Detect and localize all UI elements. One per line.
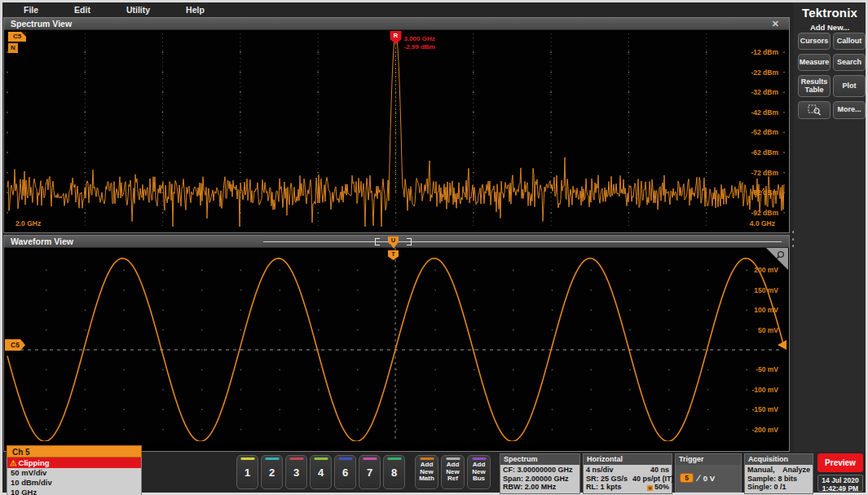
svg-text:-82 dBm: -82 dBm — [751, 188, 778, 197]
trigger-slope-icon: ∕ — [698, 473, 699, 483]
svg-text:-32 dBm: -32 dBm — [751, 88, 778, 96]
spectrum-readout-row-1: Span: 2.00000 GHz — [503, 475, 577, 484]
channel-4-button[interactable]: 4 — [310, 455, 332, 489]
svg-text:-150 mV: -150 mV — [751, 405, 778, 413]
preview-button[interactable]: Preview — [817, 453, 863, 472]
results-table-button[interactable]: Results Table — [798, 75, 831, 97]
channel-5-badge-body: ⚠Clipping 50 mV/div 10 dBm/div 10 GHz — [7, 457, 142, 495]
spectrum-channel-label[interactable]: C5 — [8, 32, 26, 42]
warning-icon: ⚠ — [10, 458, 17, 467]
trigger-position-arrow-icon — [390, 244, 397, 249]
svg-text:-42 dBm: -42 dBm — [751, 108, 778, 117]
oscilloscope-app: FileEditUtilityHelp Spectrum View ✕ R3.0… — [2, 2, 866, 493]
svg-text:2.0 GHz: 2.0 GHz — [15, 219, 41, 228]
svg-text:100 mV: 100 mV — [754, 306, 778, 314]
add-new-label: Add New... — [794, 23, 866, 32]
more-button[interactable]: More... — [833, 101, 866, 119]
channel-color-stripe — [314, 457, 328, 460]
spectrum-trace-type-badge[interactable]: N — [8, 43, 18, 53]
clipping-warning: ⚠Clipping — [7, 457, 141, 468]
add-new-bus-button[interactable]: AddNewBus — [467, 455, 491, 489]
spectrum-view-titlebar[interactable]: Spectrum View ✕ — [4, 18, 789, 30]
svg-text:50 mV: 50 mV — [758, 326, 778, 334]
waveform-chart: 200 mV150 mV100 mV50 mV-50 mV-100 mV-150… — [4, 248, 789, 441]
trigger-readout-body: 5 ∕ 0 V — [676, 465, 741, 492]
svg-text:-52 dBm: -52 dBm — [751, 128, 778, 136]
channel-5-badge[interactable]: Ch 5 ⚠Clipping 50 mV/div 10 dBm/div 10 G… — [7, 445, 142, 495]
cursors-button[interactable]: Cursors — [798, 33, 831, 50]
svg-text:-72 dBm: -72 dBm — [751, 169, 778, 177]
channel-6-button[interactable]: 6 — [334, 455, 356, 489]
svg-text:-92 dBm: -92 dBm — [751, 209, 778, 217]
trigger-level-value: 0 V — [703, 474, 715, 483]
spectrum-readout-title: Spectrum — [500, 454, 579, 465]
horizontal-readout-title: Horizontal — [584, 454, 672, 465]
horizontal-readout-row-0: 4 ns/div40 ns — [586, 466, 669, 475]
svg-text:200 mV: 200 mV — [754, 266, 778, 274]
channel-3-button[interactable]: 3 — [285, 455, 307, 489]
channel-8-button[interactable]: 8 — [383, 455, 405, 489]
horizontal-readout-row-2: RL: 1 kptsu50% — [586, 483, 669, 492]
spectrum-channel-badge[interactable]: C5 N — [8, 32, 26, 53]
menu-bar: FileEditUtilityHelp — [2, 2, 790, 17]
channel-1-button[interactable]: 1 — [236, 455, 258, 489]
channel-spectrum-scale: 10 dBm/div — [7, 478, 141, 488]
mask-search-button[interactable] — [798, 101, 831, 119]
time-label: 1:42:49 PM — [818, 484, 862, 493]
channel-color-stripe — [289, 457, 303, 460]
measure-button[interactable]: Measure — [798, 54, 831, 71]
menu-item-edit[interactable]: Edit — [74, 5, 90, 15]
callout-button[interactable]: Callout — [833, 33, 866, 50]
channel-2-button[interactable]: 2 — [261, 455, 283, 489]
waveform-view-panel: Waveform View U 200 mV150 mV100 mV50 mV-… — [3, 235, 790, 452]
svg-text:-12 dBm: -12 dBm — [751, 48, 778, 56]
channel-color-stripe — [387, 457, 401, 460]
menu-item-file[interactable]: File — [24, 5, 38, 15]
tektronix-logo: Tektronix — [794, 6, 866, 20]
channel-7-button[interactable]: 7 — [359, 455, 381, 489]
acquisition-analyze: Analyze — [782, 466, 810, 475]
zoom-window-bracket-right[interactable] — [407, 238, 412, 245]
horizontal-pan-bar[interactable] — [263, 241, 782, 242]
spectrum-readout-row-2: RBW: 2.00 MHz — [503, 483, 577, 492]
spectrum-readout-body: CF: 3.00000000 GHzSpan: 2.00000 GHzRBW: … — [500, 465, 579, 493]
menu-item-utility[interactable]: Utility — [126, 5, 150, 15]
channel-color-stripe — [338, 457, 352, 460]
trigger-readout-panel[interactable]: Trigger 5 ∕ 0 V — [675, 453, 742, 493]
spectrum-readout-panel[interactable]: Spectrum CF: 3.00000000 GHzSpan: 2.00000… — [500, 453, 580, 494]
channel-color-stripe — [265, 457, 279, 460]
channel-5-badge-title[interactable]: Ch 5 — [7, 445, 142, 457]
channel-color-stripe — [240, 457, 254, 460]
spectrum-readout-row-0: CF: 3.00000000 GHz — [503, 466, 577, 475]
add-new-math-button[interactable]: AddNewMath — [415, 455, 438, 489]
mask-search-icon — [808, 104, 822, 116]
add-color-stripe — [472, 457, 486, 460]
horizontal-readout-row-1: SR: 25 GS/s40 ps/pt (IT) — [586, 475, 669, 484]
zoom-window-bracket-left[interactable] — [375, 238, 380, 245]
svg-text:R: R — [394, 32, 399, 39]
acquisition-readout-panel[interactable]: Acquisition Manual, Analyze Sample: 8 bi… — [744, 453, 813, 494]
menu-item-help[interactable]: Help — [186, 5, 205, 15]
close-icon[interactable]: ✕ — [772, 19, 779, 29]
svg-text:4.0 GHz: 4.0 GHz — [750, 219, 775, 228]
svg-text:-50 mV: -50 mV — [756, 365, 778, 373]
horizontal-readout-panel[interactable]: Horizontal 4 ns/div40 nsSR: 25 GS/s40 ps… — [583, 453, 672, 494]
horizontal-readout-body: 4 ns/div40 nsSR: 25 GS/s40 ps/pt (IT)RL:… — [584, 465, 672, 493]
horizontal-position-icon: u — [647, 485, 653, 491]
search-button[interactable]: Search — [833, 54, 866, 71]
waveform-view-title: Waveform View — [4, 236, 73, 246]
svg-text:3.000 GHz: 3.000 GHz — [404, 35, 435, 42]
spectrum-plot-area[interactable]: R3.000 GHz-2.99 dBm-12 dBm-22 dBm-32 dBm… — [4, 30, 789, 232]
acquisition-sample: Sample: 8 bits — [747, 475, 810, 484]
trigger-level-arrow-icon[interactable] — [778, 340, 786, 350]
waveform-plot-area[interactable]: 200 mV150 mV100 mV50 mV-50 mV-100 mV-150… — [4, 248, 789, 441]
clipping-label: Clipping — [19, 458, 50, 467]
svg-text:-100 mV: -100 mV — [751, 386, 778, 394]
svg-text:-2.99 dBm: -2.99 dBm — [404, 43, 435, 51]
plot-button[interactable]: Plot — [833, 75, 866, 97]
add-new-ref-button[interactable]: AddNewRef — [441, 455, 465, 489]
spectrum-view-title: Spectrum View — [4, 19, 72, 29]
trigger-source-badge[interactable]: 5 — [680, 473, 694, 483]
datetime-display: 14 Jul 2020 1:42:49 PM — [817, 475, 863, 492]
channel-color-stripe — [363, 457, 377, 460]
